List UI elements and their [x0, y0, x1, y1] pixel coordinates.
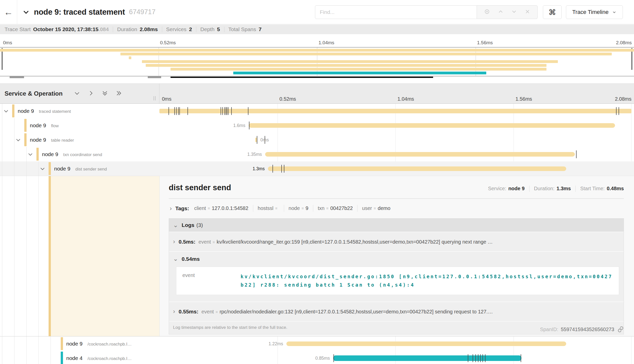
expand-one-chevron-right-icon[interactable] — [88, 90, 94, 98]
timeline-tick-labels: 0ms 0.52ms 1.04ms 1.56ms 2.08ms — [159, 84, 631, 103]
locate-icon[interactable] — [484, 8, 490, 16]
span-operation: txn coordinator send — [63, 152, 102, 157]
span-row-batch-node9[interactable]: node 9 /cockroach.roachpb.I… 1.22ms — [0, 336, 634, 351]
span-detail-panel: dist sender send Service: node 9 Duratio… — [159, 176, 634, 336]
tag-value: 127.0.0.1:54582 — [212, 205, 248, 211]
tag-key: txn — [318, 205, 325, 211]
span-bar-lane[interactable]: 0.85ms — [159, 351, 631, 364]
span-row-flow[interactable]: node 9 flow 1.6ms — [0, 118, 634, 133]
collapse-all-double-chevron-down-icon[interactable] — [101, 90, 108, 98]
start-time-meta-value: 0.48ms — [607, 186, 624, 191]
span-service: node 9 — [18, 108, 34, 114]
minimap-tick-labels: 0ms 0.52ms 1.04ms 1.56ms 2.08ms — [0, 34, 634, 47]
tags-accordion[interactable]: › Tags: client = 127.0.0.1:54582 hostssl… — [169, 205, 624, 212]
link-icon[interactable] — [617, 326, 624, 333]
span-operation: table reader — [51, 138, 74, 143]
chevron-down-icon[interactable] — [27, 151, 33, 157]
span-detail-title: dist sender send — [169, 183, 231, 192]
span-service: node 9 — [42, 151, 58, 157]
minimap-tick: 0.52ms — [160, 40, 176, 46]
span-operation: dist sender send — [75, 167, 107, 172]
span-color-bar — [49, 162, 51, 175]
back-button[interactable]: ← — [0, 0, 17, 24]
span-color-bar — [61, 352, 63, 364]
equals-sign: = — [216, 310, 218, 314]
logs-section: ⌄ Logs (3) › 0.5ms: event = kv/kvclient/… — [169, 218, 624, 334]
equals-sign: = — [208, 206, 210, 210]
log-field-value: rpc/nodedialer/nodedialer.go:132 [n9,cli… — [220, 309, 620, 315]
tag-value: 9 — [306, 205, 308, 211]
span-detail-indent-column — [0, 176, 159, 336]
log-fields-table: event kv/kvclient/kvcoord/dist_sender.go… — [176, 267, 619, 295]
span-detail-section: dist sender send Service: node 9 Duratio… — [0, 176, 634, 336]
scrub-selected-range[interactable] — [171, 77, 433, 78]
span-row-traced-statement[interactable]: node 9 traced statement — [0, 104, 634, 118]
span-row-dist-sender-send[interactable]: node 9 dist sender send 1.3ms — [0, 161, 634, 176]
next-result-chevron-down-icon[interactable] — [511, 8, 517, 16]
duration-meta-value: 1.3ms — [557, 186, 571, 191]
scrub-handle[interactable] — [148, 76, 161, 78]
trace-start-label: Trace Start — [5, 26, 31, 32]
total-spans-label: Total Spans — [228, 26, 256, 32]
total-spans-value: 7 — [259, 26, 262, 32]
tags-label: Tags: — [175, 205, 189, 211]
timeline-tick: 1.04ms — [397, 96, 414, 102]
minimap-scrub-track[interactable] — [0, 76, 634, 79]
timeline-tick: 1.56ms — [516, 96, 532, 102]
log-tick-marks — [159, 161, 631, 176]
span-service: node 9 — [66, 341, 82, 347]
span-color-bar — [24, 133, 27, 146]
span-id-row: SpanID: 5597415943526560273 — [540, 326, 624, 333]
span-service: node 9 — [54, 166, 70, 172]
minimap-canvas[interactable] — [0, 47, 634, 76]
span-bar-lane[interactable] — [159, 104, 631, 118]
find-input[interactable] — [315, 5, 477, 19]
span-row-table-reader[interactable]: node 9 table reader 0ms — [0, 133, 634, 147]
back-arrow-icon: ← — [4, 8, 13, 17]
chevron-down-icon[interactable] — [39, 166, 46, 172]
page-title: node 9: traced statement — [34, 8, 125, 17]
chevron-down-icon[interactable] — [3, 108, 9, 114]
equals-sign: = — [302, 206, 304, 210]
span-row-batch-node4[interactable]: node 4 /cockroach.roachpb.I… 0.85ms — [0, 351, 634, 364]
span-bar-lane[interactable]: 1.3ms — [159, 161, 631, 176]
span-bar-lane[interactable]: 1.6ms — [159, 118, 631, 133]
column-resizer-handle[interactable] — [154, 96, 156, 100]
log-tick-marks — [159, 336, 631, 351]
minimap-tick: 2.08ms — [616, 40, 632, 46]
span-service: node 9 — [30, 137, 46, 143]
span-operation: traced statement — [39, 109, 71, 114]
log-entry-header[interactable]: ⌄ 0.54ms — [173, 256, 620, 262]
tag-key: hostssl — [258, 205, 273, 211]
scrub-handle[interactable] — [10, 76, 24, 78]
collapse-one-chevron-down-icon[interactable] — [74, 90, 80, 98]
log-entry-collapsed[interactable]: › 0.5ms: event = kv/kvclient/kvcoord/ran… — [169, 232, 624, 251]
minimap-tick: 1.04ms — [319, 40, 334, 46]
keyboard-shortcuts-button[interactable]: ⌘ — [543, 5, 562, 19]
tag-key: node — [289, 205, 300, 211]
view-selector-button[interactable]: Trace Timeline — [566, 5, 623, 19]
find-controls — [477, 5, 538, 19]
log-timestamp: 0.55ms: — [179, 309, 198, 315]
logs-count: (3) — [196, 222, 203, 228]
log-field-value: kv/kvclient/kvcoord/range_iter.go:159 [n… — [217, 239, 620, 245]
log-entry-collapsed[interactable]: › 0.55ms: event = rpc/nodedialer/nodedia… — [169, 302, 624, 321]
log-tick-marks — [159, 118, 631, 133]
span-row-txn-coordinator-send[interactable]: node 9 txn coordinator send 1.35ms — [0, 147, 634, 161]
logs-accordion-header[interactable]: ⌄ Logs (3) — [169, 219, 624, 232]
clear-find-icon[interactable] — [524, 9, 531, 16]
equals-sign: = — [374, 206, 376, 210]
prev-result-chevron-up-icon[interactable] — [497, 8, 504, 16]
log-field-key: event — [201, 309, 214, 315]
start-time-meta-label: Start Time: — [580, 186, 605, 191]
collapse-trace-chevron-down-icon[interactable] — [22, 8, 30, 16]
trace-start-ms: .084 — [98, 26, 109, 32]
span-bar-lane[interactable]: 1.35ms — [159, 147, 631, 161]
chevron-down-icon — [612, 10, 617, 14]
span-bar-lane[interactable]: 1.22ms — [159, 336, 631, 351]
depth-value: 5 — [217, 26, 220, 32]
span-bar-lane[interactable]: 0ms — [159, 133, 631, 147]
expand-all-double-chevron-right-icon[interactable] — [115, 90, 122, 98]
span-detail-highlight-column — [51, 176, 159, 336]
chevron-down-icon[interactable] — [15, 137, 21, 143]
